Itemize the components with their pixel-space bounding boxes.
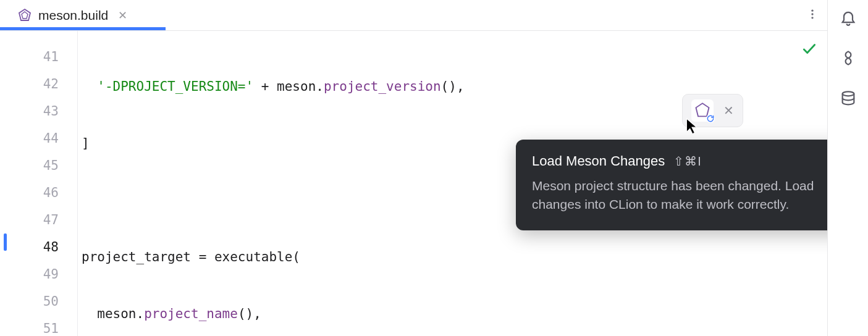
editor-main: meson.build ✕ 41 42 43 44 45 46 47 48 49… <box>0 0 827 336</box>
tooltip-shortcut: ⇧⌘I <box>673 154 702 169</box>
svg-point-3 <box>842 91 854 96</box>
tooltip-title: Load Meson Changes <box>532 153 665 169</box>
line-number: 47 <box>0 206 77 233</box>
code-line: meson.project_name(), <box>82 300 827 327</box>
svg-point-1 <box>811 13 813 15</box>
analysis-ok-icon[interactable] <box>801 41 817 59</box>
tooltip-body: Meson project structure has been changed… <box>532 177 827 214</box>
line-number: 49 <box>0 261 77 288</box>
line-number: 41 <box>0 43 77 70</box>
reload-widget-close-icon[interactable]: ✕ <box>723 103 734 118</box>
line-number: 51 <box>0 315 77 336</box>
right-tool-rail <box>827 0 868 336</box>
tab-label: meson.build <box>38 8 108 23</box>
line-number: 42 <box>0 70 77 98</box>
tab-active-indicator <box>0 27 166 30</box>
svg-point-0 <box>811 9 813 11</box>
tab-close-icon[interactable]: ✕ <box>118 9 127 22</box>
line-number: 44 <box>0 125 77 152</box>
svg-point-2 <box>811 17 813 19</box>
meson-file-icon <box>17 8 32 23</box>
database-icon[interactable] <box>837 88 859 110</box>
editor[interactable]: 41 42 43 44 45 46 47 48 49 50 51 '-DPROJ… <box>0 31 827 336</box>
code-line: project_target = executable( <box>82 243 827 271</box>
line-number: 48 <box>0 233 77 261</box>
load-changes-tooltip: Load Meson Changes ⇧⌘I Meson project str… <box>516 140 827 230</box>
mouse-cursor-icon <box>685 117 699 137</box>
tab-actions <box>806 8 827 23</box>
line-number: 50 <box>0 288 77 315</box>
gutter: 41 42 43 44 45 46 47 48 49 50 51 <box>0 31 78 336</box>
line-number: 46 <box>0 179 77 206</box>
tab-meson-build[interactable]: meson.build ✕ <box>11 0 133 30</box>
line-number: 45 <box>0 152 77 179</box>
notifications-icon[interactable] <box>837 6 859 28</box>
ai-assistant-icon[interactable] <box>837 47 859 69</box>
tab-bar: meson.build ✕ <box>0 0 827 31</box>
caret-line-marker <box>4 233 7 251</box>
more-icon[interactable] <box>806 8 819 23</box>
line-number: 43 <box>0 98 77 125</box>
